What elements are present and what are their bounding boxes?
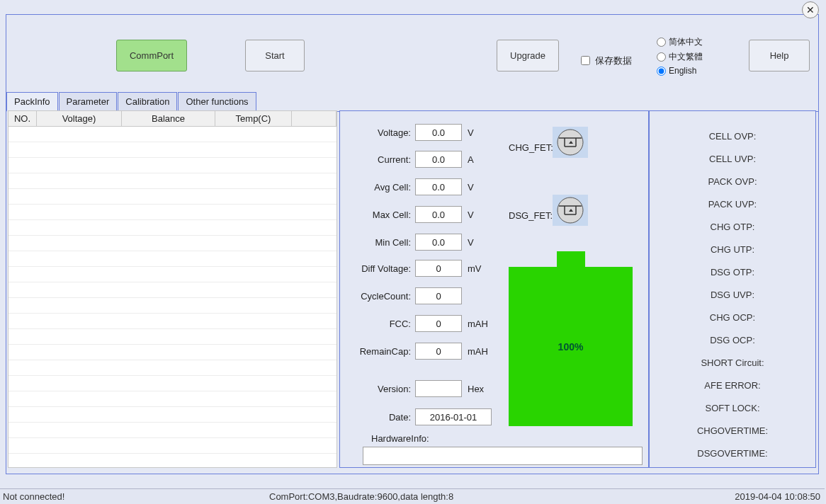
lang-traditional[interactable]: 中文繁體 xyxy=(657,51,703,63)
maxcell-value: 0.0 xyxy=(415,206,462,223)
col-temp[interactable]: Temp(C) xyxy=(215,111,292,126)
remaincap-unit: mAH xyxy=(462,346,487,357)
lang-english-radio[interactable] xyxy=(657,67,666,76)
hardware-info-value xyxy=(363,447,643,465)
dsg-fet-label: DSG_FET: xyxy=(509,210,553,221)
lang-traditional-radio[interactable] xyxy=(657,52,666,62)
cell-table-body xyxy=(9,127,336,468)
status-connection: Not connected! xyxy=(3,491,64,502)
cyclecount-label: CycleCount: xyxy=(341,291,415,302)
col-voltage[interactable]: Voltage) xyxy=(37,111,122,126)
save-data-input[interactable] xyxy=(581,56,590,65)
mincell-value: 0.0 xyxy=(415,234,462,251)
diffvolt-unit: mV xyxy=(462,263,487,274)
current-unit: A xyxy=(462,154,487,165)
save-data-label: 保存数据 xyxy=(595,55,632,67)
avgcell-unit: V xyxy=(462,182,487,193)
start-label: Start xyxy=(265,50,284,61)
cell-table: NO. Voltage) Balance Temp(C) xyxy=(8,110,337,468)
version-value xyxy=(415,380,462,397)
col-spacer xyxy=(292,111,336,126)
start-button[interactable]: Start xyxy=(245,40,305,71)
current-value: 0.0 xyxy=(415,151,462,168)
battery-body: 100% xyxy=(509,267,633,426)
voltage-unit: V xyxy=(462,127,487,138)
commport-label: CommPort xyxy=(130,50,174,61)
remaincap-label: RemainCap: xyxy=(341,346,415,357)
voltage-value: 0.0 xyxy=(415,124,462,141)
avgcell-label: Avg Cell: xyxy=(341,182,415,193)
cell-table-header: NO. Voltage) Balance Temp(C) xyxy=(9,111,336,127)
lang-simplified[interactable]: 简体中文 xyxy=(657,36,703,48)
maxcell-unit: V xyxy=(462,210,487,220)
mincell-unit: V xyxy=(462,237,487,248)
alarm-chgutp: CHG UTP: xyxy=(650,244,815,255)
help-button[interactable]: Help xyxy=(749,40,810,71)
upgrade-label: Upgrade xyxy=(510,50,545,61)
remaincap-value: 0 xyxy=(415,343,462,360)
lang-traditional-label: 中文繁體 xyxy=(669,51,703,63)
row-version: Version: Hex xyxy=(341,380,487,397)
alarm-shortcircuit: SHORT Circuit: xyxy=(650,357,815,368)
avgcell-value: 0.0 xyxy=(415,178,462,195)
date-value: 2016-01-01 xyxy=(415,408,492,425)
status-comport: ComPort:COM3,Baudrate:9600,data length:8 xyxy=(269,491,453,502)
alarm-dsgotp: DSG OTP: xyxy=(650,267,815,277)
chg-fet-icon xyxy=(553,127,588,158)
alarm-panel: CELL OVP:CELL UVP:PACK OVP:PACK UVP:CHG … xyxy=(649,110,816,468)
row-mincell: Min Cell: 0.0 V xyxy=(341,234,487,251)
lang-english[interactable]: English xyxy=(657,66,703,76)
row-fcc: FCC: 0 mAH xyxy=(341,315,487,332)
fcc-unit: mAH xyxy=(462,319,487,329)
hardware-info-label: HardwareInfo: xyxy=(371,433,429,444)
row-avgcell: Avg Cell: 0.0 V xyxy=(341,178,487,195)
dsg-fet-icon xyxy=(553,195,588,226)
row-maxcell: Max Cell: 0.0 V xyxy=(341,206,487,223)
cyclecount-value: 0 xyxy=(415,287,462,304)
col-no[interactable]: NO. xyxy=(9,111,37,126)
alarm-chgotp: CHG OTP: xyxy=(650,222,815,232)
version-label: Version: xyxy=(341,384,415,394)
col-balance[interactable]: Balance xyxy=(122,111,215,126)
close-icon: ✕ xyxy=(806,4,815,16)
help-label: Help xyxy=(770,50,789,61)
alarm-cellovp: CELL OVP: xyxy=(650,131,815,142)
row-remaincap: RemainCap: 0 mAH xyxy=(341,343,487,360)
lang-simplified-label: 简体中文 xyxy=(669,36,703,48)
alarm-packuvp: PACK UVP: xyxy=(650,199,815,210)
battery-cap-icon xyxy=(557,251,585,267)
date-label: Date: xyxy=(341,412,415,423)
status-bar: Not connected! ComPort:COM3,Baudrate:960… xyxy=(0,488,825,504)
alarm-chgovertime: CHGOVERTIME: xyxy=(650,425,815,436)
row-diffvolt: Diff Voltage: 0 mV xyxy=(341,260,487,277)
voltage-label: Voltage: xyxy=(341,127,415,138)
alarm-softlock: SOFT LOCK: xyxy=(650,403,815,413)
battery-indicator: 100% xyxy=(509,251,633,442)
status-datetime: 2019-04-04 10:08:50 xyxy=(735,491,820,502)
save-data-checkbox[interactable]: 保存数据 xyxy=(578,54,632,67)
row-current: Current: 0.0 A xyxy=(341,151,487,168)
language-radios: 简体中文 中文繁體 English xyxy=(657,36,703,76)
commport-button[interactable]: CommPort xyxy=(116,40,187,71)
row-voltage: Voltage: 0.0 V xyxy=(341,124,487,141)
fcc-label: FCC: xyxy=(341,319,415,329)
fcc-value: 0 xyxy=(415,315,462,332)
chg-fet-label: CHG_FET: xyxy=(509,142,553,153)
alarm-afeerror: AFE ERROR: xyxy=(650,380,815,391)
diffvolt-value: 0 xyxy=(415,260,462,277)
alarm-dsgocp: DSG OCP: xyxy=(650,335,815,345)
current-label: Current: xyxy=(341,154,415,165)
lang-simplified-radio[interactable] xyxy=(657,38,666,47)
mincell-label: Min Cell: xyxy=(341,237,415,248)
alarm-packovp: PACK OVP: xyxy=(650,176,815,187)
diffvolt-label: Diff Voltage: xyxy=(341,263,415,274)
version-unit: Hex xyxy=(462,384,487,394)
main-panel: CommPort Start Upgrade Help 保存数据 简体中文 中文… xyxy=(6,14,819,474)
alarm-dsguvp: DSG UVP: xyxy=(650,290,815,300)
upgrade-button[interactable]: Upgrade xyxy=(497,40,559,71)
alarm-chgocp: CHG OCP: xyxy=(650,312,815,323)
alarm-celluvp: CELL UVP: xyxy=(650,154,815,164)
window-close-button[interactable]: ✕ xyxy=(802,1,819,18)
tab-content: NO. Voltage) Balance Temp(C) Voltage: 0.… xyxy=(6,109,818,474)
info-panel: Voltage: 0.0 V Current: 0.0 A Avg Cell: … xyxy=(339,110,649,468)
